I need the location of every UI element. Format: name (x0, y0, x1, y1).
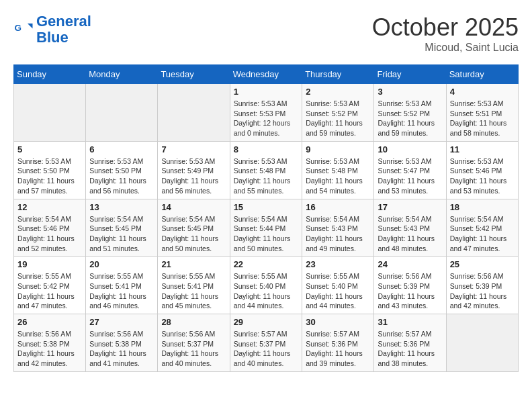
calendar-table: SundayMondayTuesdayWednesdayThursdayFrid… (13, 64, 519, 372)
day-detail: Sunrise: 5:53 AMSunset: 5:52 PMDaylight:… (378, 99, 442, 138)
day-cell: 15Sunrise: 5:54 AMSunset: 5:44 PMDayligh… (230, 199, 302, 257)
day-detail: Sunrise: 5:55 AMSunset: 5:41 PMDaylight:… (89, 271, 154, 311)
header-row: SundayMondayTuesdayWednesdayThursdayFrid… (14, 65, 519, 84)
week-row-3: 12Sunrise: 5:54 AMSunset: 5:46 PMDayligh… (14, 199, 519, 257)
day-cell: 19Sunrise: 5:55 AMSunset: 5:42 PMDayligh… (14, 257, 86, 314)
day-number: 8 (234, 144, 299, 154)
day-detail: Sunrise: 5:53 AMSunset: 5:47 PMDaylight:… (378, 156, 442, 196)
day-cell (446, 314, 518, 372)
day-cell (86, 84, 158, 142)
day-header-thursday: Thursday (302, 65, 374, 84)
day-number: 3 (378, 87, 442, 97)
day-cell: 30Sunrise: 5:57 AMSunset: 5:36 PMDayligh… (302, 314, 374, 372)
day-number: 11 (450, 144, 515, 154)
day-number: 25 (450, 259, 515, 269)
day-cell: 5Sunrise: 5:53 AMSunset: 5:50 PMDaylight… (14, 141, 86, 199)
day-cell: 2Sunrise: 5:53 AMSunset: 5:52 PMDaylight… (302, 84, 374, 142)
day-cell: 18Sunrise: 5:54 AMSunset: 5:42 PMDayligh… (446, 199, 518, 257)
day-detail: Sunrise: 5:53 AMSunset: 5:46 PMDaylight:… (450, 156, 515, 196)
day-detail: Sunrise: 5:54 AMSunset: 5:43 PMDaylight:… (306, 214, 370, 254)
day-detail: Sunrise: 5:54 AMSunset: 5:44 PMDaylight:… (234, 214, 299, 254)
day-number: 30 (306, 317, 370, 327)
day-cell: 23Sunrise: 5:55 AMSunset: 5:40 PMDayligh… (302, 257, 374, 314)
day-detail: Sunrise: 5:56 AMSunset: 5:37 PMDaylight:… (161, 329, 226, 369)
day-cell: 24Sunrise: 5:56 AMSunset: 5:39 PMDayligh… (374, 257, 446, 314)
day-cell: 22Sunrise: 5:55 AMSunset: 5:40 PMDayligh… (230, 257, 302, 314)
week-row-1: 1Sunrise: 5:53 AMSunset: 5:53 PMDaylight… (14, 84, 519, 142)
day-cell: 3Sunrise: 5:53 AMSunset: 5:52 PMDaylight… (374, 84, 446, 142)
day-number: 14 (161, 202, 226, 212)
day-detail: Sunrise: 5:56 AMSunset: 5:38 PMDaylight:… (17, 329, 82, 369)
day-number: 19 (17, 259, 82, 269)
day-number: 1 (234, 87, 299, 97)
day-detail: Sunrise: 5:53 AMSunset: 5:52 PMDaylight:… (306, 99, 370, 138)
logo: G General Blue (13, 13, 91, 46)
day-cell: 9Sunrise: 5:53 AMSunset: 5:48 PMDaylight… (302, 141, 374, 199)
day-detail: Sunrise: 5:53 AMSunset: 5:49 PMDaylight:… (161, 156, 226, 196)
day-detail: Sunrise: 5:53 AMSunset: 5:48 PMDaylight:… (234, 156, 299, 196)
week-row-4: 19Sunrise: 5:55 AMSunset: 5:42 PMDayligh… (14, 257, 519, 314)
day-cell (158, 84, 230, 142)
day-number: 24 (378, 259, 442, 269)
day-number: 20 (89, 259, 154, 269)
logo-text: General Blue (36, 13, 91, 46)
day-cell: 21Sunrise: 5:55 AMSunset: 5:41 PMDayligh… (158, 257, 230, 314)
day-header-monday: Monday (86, 65, 158, 84)
day-cell: 7Sunrise: 5:53 AMSunset: 5:49 PMDaylight… (158, 141, 230, 199)
day-header-sunday: Sunday (14, 65, 86, 84)
week-row-5: 26Sunrise: 5:56 AMSunset: 5:38 PMDayligh… (14, 314, 519, 372)
week-row-2: 5Sunrise: 5:53 AMSunset: 5:50 PMDaylight… (14, 141, 519, 199)
day-cell: 10Sunrise: 5:53 AMSunset: 5:47 PMDayligh… (374, 141, 446, 199)
day-detail: Sunrise: 5:57 AMSunset: 5:37 PMDaylight:… (234, 329, 299, 369)
location: Micoud, Saint Lucia (372, 42, 519, 54)
day-number: 26 (17, 317, 82, 327)
day-number: 4 (450, 87, 515, 97)
day-number: 29 (234, 317, 299, 327)
day-cell: 20Sunrise: 5:55 AMSunset: 5:41 PMDayligh… (86, 257, 158, 314)
day-number: 16 (306, 202, 370, 212)
day-number: 23 (306, 259, 370, 269)
day-detail: Sunrise: 5:55 AMSunset: 5:40 PMDaylight:… (234, 271, 299, 311)
day-number: 27 (89, 317, 154, 327)
day-detail: Sunrise: 5:53 AMSunset: 5:53 PMDaylight:… (234, 99, 299, 138)
day-cell: 11Sunrise: 5:53 AMSunset: 5:46 PMDayligh… (446, 141, 518, 199)
day-cell: 28Sunrise: 5:56 AMSunset: 5:37 PMDayligh… (158, 314, 230, 372)
day-header-friday: Friday (374, 65, 446, 84)
day-number: 18 (450, 202, 515, 212)
day-header-wednesday: Wednesday (230, 65, 302, 84)
day-cell: 1Sunrise: 5:53 AMSunset: 5:53 PMDaylight… (230, 84, 302, 142)
day-number: 31 (378, 317, 442, 327)
day-detail: Sunrise: 5:57 AMSunset: 5:36 PMDaylight:… (378, 329, 442, 369)
day-cell: 31Sunrise: 5:57 AMSunset: 5:36 PMDayligh… (374, 314, 446, 372)
svg-text:G: G (15, 23, 22, 33)
day-detail: Sunrise: 5:53 AMSunset: 5:50 PMDaylight:… (89, 156, 154, 196)
day-cell: 12Sunrise: 5:54 AMSunset: 5:46 PMDayligh… (14, 199, 86, 257)
day-number: 17 (378, 202, 442, 212)
day-cell (14, 84, 86, 142)
day-detail: Sunrise: 5:54 AMSunset: 5:46 PMDaylight:… (17, 214, 82, 254)
logo-icon: G (13, 19, 34, 40)
day-detail: Sunrise: 5:57 AMSunset: 5:36 PMDaylight:… (306, 329, 370, 369)
day-cell: 4Sunrise: 5:53 AMSunset: 5:51 PMDaylight… (446, 84, 518, 142)
day-number: 28 (161, 317, 226, 327)
day-number: 12 (17, 202, 82, 212)
day-header-saturday: Saturday (446, 65, 518, 84)
day-detail: Sunrise: 5:56 AMSunset: 5:39 PMDaylight:… (378, 271, 442, 311)
day-detail: Sunrise: 5:55 AMSunset: 5:42 PMDaylight:… (17, 271, 82, 311)
day-detail: Sunrise: 5:53 AMSunset: 5:50 PMDaylight:… (17, 156, 82, 196)
day-cell: 14Sunrise: 5:54 AMSunset: 5:45 PMDayligh… (158, 199, 230, 257)
day-detail: Sunrise: 5:54 AMSunset: 5:42 PMDaylight:… (450, 214, 515, 254)
page-header: G General Blue October 2025 Micoud, Sain… (13, 13, 519, 54)
day-cell: 27Sunrise: 5:56 AMSunset: 5:38 PMDayligh… (86, 314, 158, 372)
day-cell: 25Sunrise: 5:56 AMSunset: 5:39 PMDayligh… (446, 257, 518, 314)
day-detail: Sunrise: 5:54 AMSunset: 5:45 PMDaylight:… (161, 214, 226, 254)
day-number: 10 (378, 144, 442, 154)
day-number: 6 (89, 144, 154, 154)
day-detail: Sunrise: 5:53 AMSunset: 5:51 PMDaylight:… (450, 99, 515, 138)
day-detail: Sunrise: 5:54 AMSunset: 5:43 PMDaylight:… (378, 214, 442, 254)
day-header-tuesday: Tuesday (158, 65, 230, 84)
day-detail: Sunrise: 5:56 AMSunset: 5:38 PMDaylight:… (89, 329, 154, 369)
day-cell: 8Sunrise: 5:53 AMSunset: 5:48 PMDaylight… (230, 141, 302, 199)
day-number: 2 (306, 87, 370, 97)
day-number: 21 (161, 259, 226, 269)
